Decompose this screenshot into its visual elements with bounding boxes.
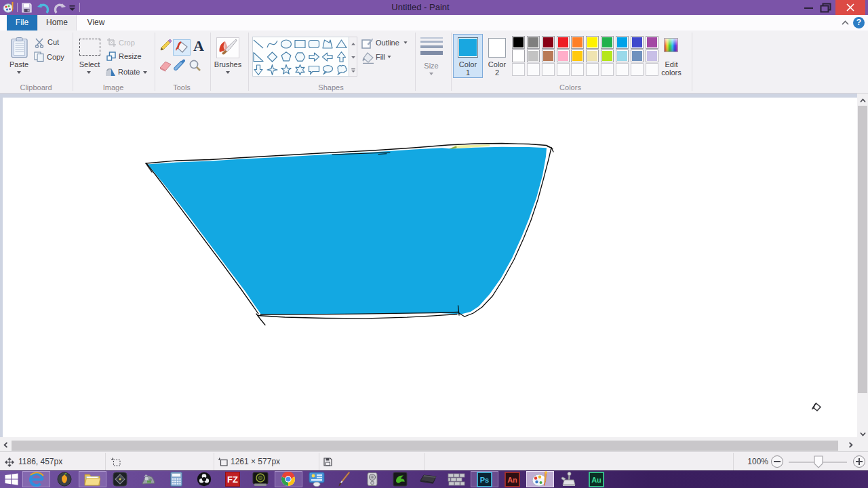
svg-text:An: An [507, 476, 517, 484]
svg-text:Ps: Ps [480, 476, 489, 484]
svg-text:FZ: FZ [227, 474, 238, 485]
svg-text:Au: Au [591, 476, 601, 484]
